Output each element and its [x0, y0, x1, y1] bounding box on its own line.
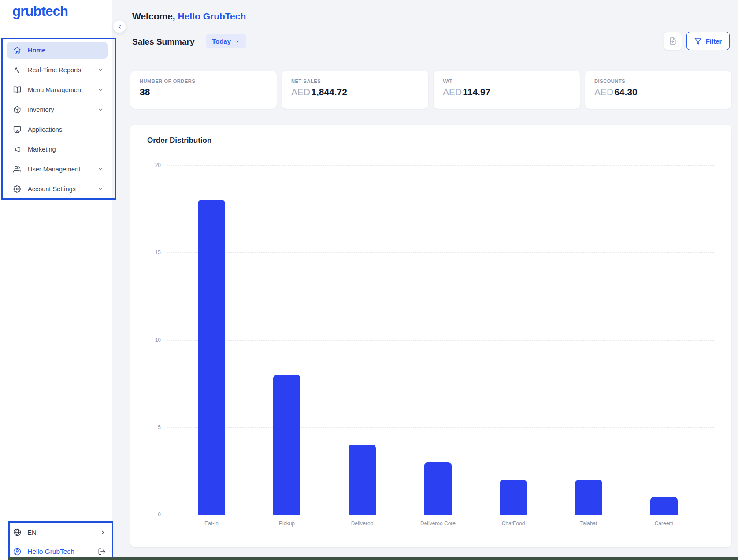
book-open-icon	[13, 86, 21, 94]
currency-prefix: AED	[291, 87, 310, 97]
x-axis-label: Deliveroo	[329, 520, 395, 527]
filter-label: Filter	[706, 37, 722, 45]
x-axis-label: Deliveroo Core	[405, 520, 471, 527]
sidebar-item-menu-management[interactable]: Menu Management	[7, 82, 108, 98]
y-axis-tick: 5	[143, 424, 161, 430]
chevron-down-icon	[98, 107, 103, 112]
y-axis-tick: 15	[143, 249, 161, 256]
sidebar-item-inventory[interactable]: Inventory	[7, 101, 108, 118]
sidebar-item-label: Home	[28, 47, 45, 54]
stat-number: 114.97	[463, 87, 490, 97]
gridline-15	[167, 252, 714, 253]
chevron-down-icon	[98, 87, 103, 93]
chevron-down-icon	[98, 67, 103, 73]
gridline-0	[167, 515, 714, 515]
period-dropdown[interactable]: Today	[206, 34, 246, 48]
sidebar-item-label: Inventory	[28, 106, 54, 113]
funnel-icon	[694, 37, 702, 45]
stat-card-number-of-orders: NUMBER OF ORDERS38	[130, 71, 277, 109]
chevron-down-icon	[235, 39, 240, 44]
filter-button[interactable]: Filter	[686, 32, 730, 50]
airplay-icon	[13, 126, 21, 134]
stat-value: AED64.30	[594, 87, 722, 97]
sidebar-item-label: Menu Management	[28, 86, 83, 93]
bar-eat-in	[198, 200, 225, 515]
currency-prefix: AED	[594, 87, 613, 97]
gear-icon	[13, 185, 21, 193]
language-label: EN	[27, 529, 37, 536]
stat-value: AED114.97	[443, 87, 571, 97]
x-axis-label: Pickup	[254, 520, 320, 527]
sidebar-item-home[interactable]: Home	[7, 42, 108, 59]
bottom-edge-strip	[8, 557, 738, 560]
stat-value: 38	[140, 87, 267, 97]
stat-label: NUMBER OF ORDERS	[140, 78, 267, 84]
sidebar: grubtech HomeReal-Time ReportsMenu Manag…	[0, 0, 112, 560]
sidebar-item-real-time-reports[interactable]: Real-Time Reports	[7, 62, 108, 78]
chevron-left-icon	[117, 24, 122, 30]
grubtech-logo: grubtech	[12, 4, 68, 19]
stat-value: AED1,844.72	[291, 87, 419, 97]
order-distribution-card: Order Distribution 20151050Eat-InPickupD…	[130, 125, 731, 547]
sidebar-item-label: Marketing	[28, 146, 56, 153]
bar-pickup	[273, 375, 300, 515]
welcome-user-name: Hello GrubTech	[178, 11, 246, 21]
chevron-down-icon	[98, 167, 103, 172]
x-axis-label: Careem	[631, 520, 697, 527]
activity-icon	[13, 66, 21, 74]
sidebar-item-label: User Management	[28, 166, 80, 173]
x-axis-label: Eat-In	[178, 520, 245, 527]
y-axis-tick: 10	[143, 337, 161, 343]
stat-label: DISCOUNTS	[594, 78, 722, 84]
globe-icon	[13, 528, 21, 536]
sidebar-item-label: Real-Time Reports	[28, 67, 81, 74]
bar-deliveroo-core	[424, 462, 452, 515]
sidebar-item-label: Applications	[28, 126, 62, 133]
sidebar-item-label: Account Settings	[28, 185, 76, 193]
stat-label: VAT	[443, 78, 571, 84]
sidebar-item-marketing[interactable]: Marketing	[7, 141, 108, 158]
sidebar-collapse-button[interactable]	[113, 20, 126, 33]
stat-number: 64.30	[614, 87, 638, 97]
stat-number: 38	[140, 87, 150, 97]
currency-prefix: AED	[443, 87, 462, 97]
bar-deliveroo	[349, 445, 376, 515]
gridline-5	[167, 427, 714, 428]
chevron-right-icon	[100, 530, 106, 535]
language-selector[interactable]: EN	[13, 525, 106, 539]
period-value: Today	[212, 37, 231, 45]
user-account-row[interactable]: Hello GrubTech	[13, 545, 106, 559]
box-icon	[13, 106, 21, 114]
x-axis-label: Talabat	[556, 520, 622, 527]
logout-icon[interactable]	[98, 548, 106, 556]
home-icon	[13, 46, 21, 54]
chevron-down-icon	[98, 186, 103, 192]
stats-row: NUMBER OF ORDERS38NET SALESAED1,844.72VA…	[130, 71, 731, 109]
file-download-icon	[669, 37, 677, 45]
welcome-heading: Welcome, Hello GrubTech	[132, 11, 246, 22]
bar-talabat	[575, 480, 602, 515]
bar-chatfood	[500, 480, 527, 515]
sidebar-item-user-management[interactable]: User Management	[7, 161, 108, 178]
page-title: Sales Summary	[132, 36, 195, 48]
stat-label: NET SALES	[291, 78, 419, 84]
bar-careem	[650, 497, 678, 515]
sidebar-nav: HomeReal-Time ReportsMenu ManagementInve…	[7, 42, 108, 200]
user-name-label: Hello GrubTech	[27, 548, 74, 556]
gridline-20	[167, 165, 714, 166]
welcome-prefix: Welcome,	[132, 11, 175, 21]
gridline-10	[167, 340, 714, 341]
chart-title: Order Distribution	[147, 136, 211, 145]
stat-card-net-sales: NET SALESAED1,844.72	[282, 71, 428, 109]
export-report-button[interactable]	[664, 32, 682, 50]
megaphone-icon	[13, 145, 21, 153]
y-axis-tick: 20	[143, 162, 161, 168]
stat-card-discounts: DISCOUNTSAED64.30	[585, 71, 731, 109]
y-axis-tick: 0	[143, 512, 161, 518]
users-icon	[13, 165, 21, 173]
sidebar-item-applications[interactable]: Applications	[7, 121, 108, 138]
user-avatar-icon	[13, 548, 21, 556]
stat-card-vat: VATAED114.97	[434, 71, 580, 109]
sidebar-item-account-settings[interactable]: Account Settings	[7, 181, 108, 197]
x-axis-label: ChatFood	[480, 520, 546, 527]
